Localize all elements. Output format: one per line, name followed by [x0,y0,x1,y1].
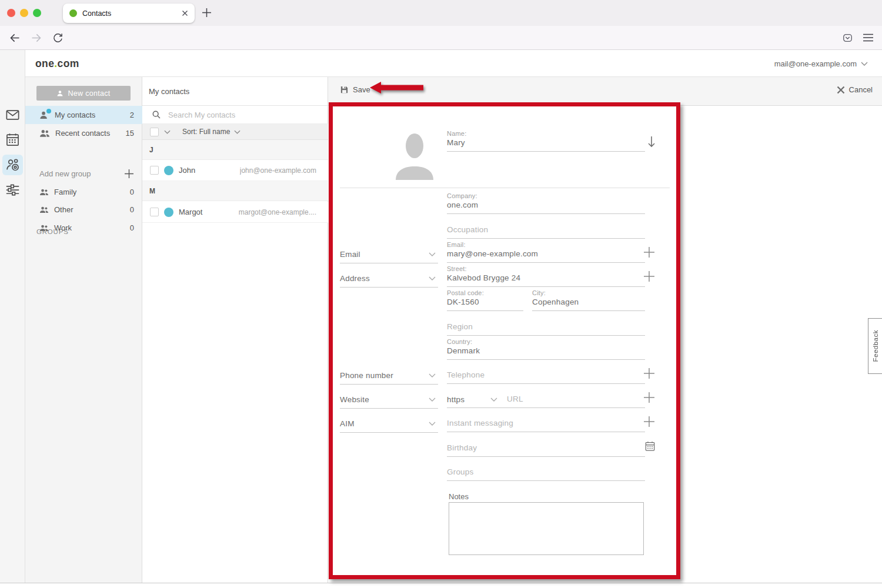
people-icon [39,188,49,196]
add-email-icon[interactable] [643,246,655,258]
count-badge: 0 [130,188,134,196]
count-badge: 0 [130,223,134,232]
add-website-icon[interactable] [643,392,655,403]
contact-name: Margot [179,208,202,216]
occupation-input[interactable] [447,224,645,239]
contact-avatar [164,208,173,217]
contact-checkbox[interactable] [150,208,159,216]
email-input[interactable] [447,248,645,263]
contacts-sidebar: New contact My contacts 2 Recent contact… [25,77,142,583]
city-input[interactable] [532,296,645,311]
letter-header: M [142,181,328,201]
sidebar-group-other[interactable]: Other 0 [25,201,142,219]
section-divider [340,188,670,188]
window-zoom-button[interactable] [33,9,41,17]
mail-icon[interactable] [5,107,21,123]
people-icon [39,129,50,138]
settings-sliders-icon[interactable] [5,182,21,198]
account-email: mail@one-example.com [774,59,857,68]
instant-messaging-input[interactable] [447,417,645,432]
new-contact-button[interactable]: New contact [36,86,131,101]
sidebar-item-my-contacts[interactable]: My contacts 2 [25,106,142,124]
new-tab-icon[interactable] [202,8,212,18]
add-phone-icon[interactable] [643,368,655,379]
chevron-down-icon [861,62,868,66]
browser-tab[interactable]: Contacts [63,4,195,23]
contact-form-area: Save Cancel Name: Company: Email Email: [328,77,882,583]
count-badge: 2 [130,111,134,119]
select-all-checkbox[interactable] [150,128,159,136]
tab-title: Contacts [82,9,182,18]
account-dropdown[interactable]: mail@one-example.com [774,59,868,68]
feedback-tab[interactable]: Feedback [868,318,882,374]
sidebar-item-recent-contacts[interactable]: Recent contacts 15 [25,124,142,142]
url-input[interactable] [447,393,645,408]
sidebar-group-family[interactable]: Family 0 [25,183,142,201]
calendar-icon[interactable] [5,132,21,148]
region-input[interactable] [447,321,645,336]
list-title: My contacts [142,77,328,106]
collapse-arrow-icon[interactable] [647,136,656,148]
back-icon[interactable] [9,32,21,44]
window-close-button[interactable] [7,9,15,17]
search-bar[interactable] [142,106,328,124]
email-label: Email: [447,241,645,248]
contact-row-john[interactable]: John john@one-example.com [142,160,328,181]
save-button[interactable]: Save [340,85,370,94]
birthday-calendar-icon[interactable] [644,440,656,452]
chevron-down-icon[interactable] [164,130,171,134]
name-input[interactable] [447,137,645,152]
chevron-down-icon [429,252,436,256]
browser-navbar: https://mail.one.com/new-contacts/mail%4… [0,26,882,50]
phone-type-selector[interactable]: Phone number [340,370,438,385]
postal-code-label: Postal code: [447,289,523,296]
search-input[interactable] [168,111,298,119]
country-label: Country: [447,338,645,345]
chevron-down-icon [429,397,436,402]
website-type-selector[interactable]: Website [340,394,438,409]
contacts-icon[interactable] [5,157,21,173]
postal-code-input[interactable] [447,296,523,311]
app-header: one.com mail@one-example.com [25,50,882,77]
country-input[interactable] [447,345,645,360]
notes-textarea[interactable] [449,502,644,555]
chevron-down-icon [429,373,436,377]
pocket-icon[interactable] [842,32,853,44]
menu-hamburger-icon[interactable] [863,34,873,42]
telephone-input[interactable] [447,369,645,384]
chevron-down-icon [429,422,436,426]
plus-icon[interactable] [124,169,134,179]
cancel-button[interactable]: Cancel [837,85,873,94]
add-address-icon[interactable] [643,270,655,282]
address-type-selector[interactable]: Address [340,273,438,288]
window-minimize-button[interactable] [20,9,28,17]
tab-close-icon[interactable] [182,10,188,16]
sidebar-group-work[interactable]: Work 0 [25,219,142,237]
reload-icon[interactable] [52,32,64,44]
street-label: Street: [447,265,645,272]
groups-input[interactable] [447,466,645,481]
content-bottom-border [0,583,882,583]
forward-icon[interactable] [30,32,42,44]
contact-checkbox[interactable] [150,166,159,175]
tab-favicon [69,9,77,17]
im-type-selector[interactable]: AIM [340,418,438,433]
contact-list-panel: My contacts Sort: Full name J John john@… [142,77,328,583]
add-new-group[interactable]: Add new group [25,165,142,183]
name-label: Name: [447,130,645,137]
people-icon [39,224,49,232]
chevron-down-icon [234,130,240,134]
contact-row-margot[interactable]: Margot margot@one-example.... [142,202,328,223]
birthday-input[interactable] [447,442,645,457]
cancel-x-icon [837,86,845,94]
add-im-icon[interactable] [643,416,655,427]
sort-bar: Sort: Full name [142,124,328,140]
contact-photo-avatar[interactable] [390,131,439,180]
person-icon [56,90,64,97]
street-input[interactable] [447,272,645,287]
contact-email: john@one-example.com [240,166,316,175]
sort-selector[interactable]: Sort: Full name [182,128,240,136]
company-input[interactable] [447,199,645,214]
email-type-selector[interactable]: Email [340,249,438,263]
browser-tab-strip: Contacts [0,0,882,26]
